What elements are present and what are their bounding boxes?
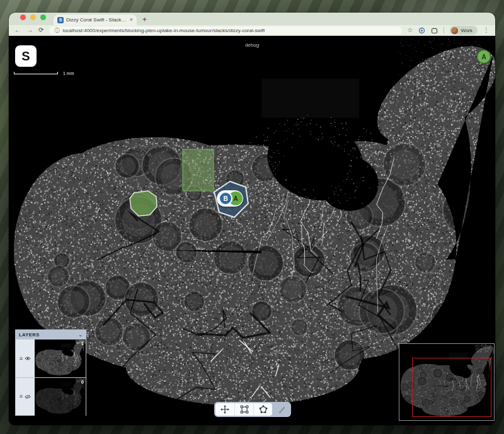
reload-icon[interactable]: ⟳ xyxy=(38,27,43,33)
layer-0-index: 0 xyxy=(81,379,84,385)
browser-profile-chip[interactable]: Work xyxy=(450,26,478,35)
tool-group xyxy=(215,403,272,416)
extensions-icon[interactable] xyxy=(431,27,438,34)
layer-1-thumbnail-image xyxy=(35,340,86,377)
close-window-button[interactable] xyxy=(20,14,26,20)
pencil-icon xyxy=(278,406,286,414)
pencil-tool-button-disabled[interactable] xyxy=(273,403,290,416)
profile-avatar xyxy=(451,27,458,34)
tab-favicon: S xyxy=(57,17,64,23)
layer-0-controls: ≡ xyxy=(16,378,35,415)
url-text: localhost:4000/experiments/blocking-pten… xyxy=(62,28,265,33)
browser-tab-bar: S Dizzy Coral Swift - Stacks - B × + xyxy=(9,13,495,25)
layers-panel-header[interactable]: LAYERS ⌄ xyxy=(16,330,86,340)
visibility-eye-off-icon[interactable] xyxy=(25,394,31,399)
layers-panel: LAYERS ⌄ ≡ 1 xyxy=(15,329,86,416)
polygon-icon xyxy=(259,405,268,414)
minimap[interactable] xyxy=(399,343,495,421)
desktop-background: S Dizzy Coral Swift - Stacks - B × + ← →… xyxy=(0,0,504,434)
move-tool-button[interactable] xyxy=(215,403,234,416)
back-icon[interactable]: ← xyxy=(14,27,21,33)
drag-handle-icon[interactable]: ≡ xyxy=(20,356,23,362)
toolbar-divider xyxy=(444,27,444,33)
bounding-box-icon xyxy=(240,405,249,414)
layers-panel-title: LAYERS xyxy=(19,332,40,338)
slide-viewer: S debug 1 mm A A B LAYERS ⌄ xyxy=(9,36,495,425)
box-select-tool-button[interactable] xyxy=(234,403,253,416)
layer-row-1[interactable]: ≡ 1 xyxy=(16,340,86,377)
layer-0-thumbnail[interactable]: 0 xyxy=(35,378,86,415)
profile-label: Work xyxy=(461,28,472,33)
layer-1-controls: ≡ xyxy=(16,340,35,377)
tool-palette xyxy=(214,402,291,417)
annotation-polygon-green[interactable] xyxy=(130,191,157,216)
drag-handle-icon[interactable]: ≡ xyxy=(20,394,23,399)
layer-1-thumbnail[interactable]: 1 xyxy=(35,340,86,377)
visibility-eye-icon[interactable] xyxy=(25,356,31,361)
address-bar[interactable]: ⓘ localhost:4000/experiments/blocking-pt… xyxy=(49,26,401,35)
annotation-rectangle-green[interactable] xyxy=(183,149,214,191)
site-info-icon[interactable]: ⓘ xyxy=(54,27,59,34)
polygon-tool-button[interactable] xyxy=(253,403,272,416)
minimize-window-button[interactable] xyxy=(30,14,36,20)
browser-tab[interactable]: S Dizzy Coral Swift - Stacks - B × xyxy=(54,14,137,25)
new-tab-button[interactable]: + xyxy=(142,16,147,23)
forward-icon[interactable]: → xyxy=(26,27,33,33)
lens-icon[interactable] xyxy=(418,27,425,34)
tab-close-icon[interactable]: × xyxy=(130,17,133,23)
annotation-collaborator-badge[interactable]: A B xyxy=(217,190,243,207)
zoom-window-button[interactable] xyxy=(40,14,46,20)
browser-menu-icon[interactable]: ⋮ xyxy=(483,27,490,33)
bookmark-star-icon[interactable]: ☆ xyxy=(408,27,413,33)
collaborator-b-badge[interactable]: B xyxy=(219,191,232,205)
minimap-viewport-rectangle[interactable] xyxy=(412,358,491,417)
move-icon xyxy=(220,405,229,414)
tab-title: Dizzy Coral Swift - Stacks - B xyxy=(66,17,127,23)
browser-url-bar: ← → ⟳ ⓘ localhost:4000/experiments/block… xyxy=(9,25,495,36)
collapse-chevron-icon[interactable]: ⌄ xyxy=(78,334,83,336)
layer-0-thumbnail-image xyxy=(35,378,86,416)
window-controls xyxy=(20,13,46,25)
layer-row-0[interactable]: ≡ 0 xyxy=(16,377,86,415)
browser-window: S Dizzy Coral Swift - Stacks - B × + ← →… xyxy=(9,13,495,425)
layer-1-index: 1 xyxy=(81,341,84,346)
